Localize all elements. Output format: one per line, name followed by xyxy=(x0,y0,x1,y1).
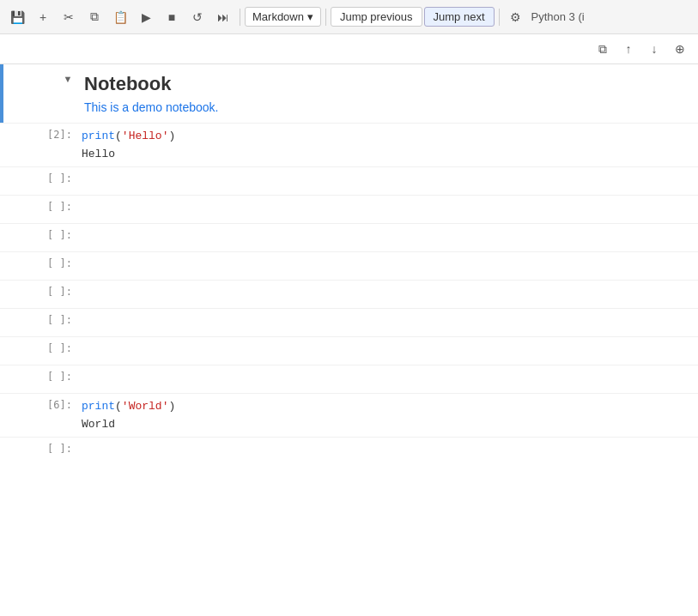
cell-body[interactable] xyxy=(77,196,698,223)
cell-execution-count: [ ]: xyxy=(0,196,77,223)
output-line: Hello xyxy=(82,146,690,162)
cell-body[interactable] xyxy=(77,438,698,465)
cell-move-up-icon[interactable]: ↑ xyxy=(617,38,640,60)
code-cell: [ ]: xyxy=(0,365,698,393)
add-cell-button[interactable]: + xyxy=(31,5,55,29)
separator-2 xyxy=(325,9,326,26)
cut-button[interactable]: ✂ xyxy=(57,5,81,29)
output-line: World xyxy=(82,416,690,432)
cell-execution-count: [ ]: xyxy=(0,167,77,195)
paste-button[interactable]: 📋 xyxy=(108,5,132,29)
cell-type-label: Markdown xyxy=(252,10,304,23)
code-cell: [ ]: xyxy=(0,195,698,223)
jump-previous-button[interactable]: Jump previous xyxy=(331,7,422,27)
code-cell: [ ]: xyxy=(0,437,698,465)
notebook-description: This is a demo notebook. xyxy=(84,100,691,114)
cell-execution-count: [ ]: xyxy=(0,224,77,251)
code-cell: [ ]: xyxy=(0,223,698,251)
code-cell: [2]:print('Hello')Hello xyxy=(0,123,698,166)
cell-execution-count: [ ]: xyxy=(0,337,77,365)
cell-body[interactable]: print('World')World xyxy=(77,394,698,437)
notebook-area: ▼ Notebook This is a demo notebook. [2]:… xyxy=(0,64,698,613)
restart-button[interactable]: ↺ xyxy=(185,5,209,29)
code-line: print('Hello') xyxy=(82,128,690,146)
separator-1 xyxy=(240,9,240,26)
cell-execution-count: [6]: xyxy=(0,394,77,437)
cell-more-icon[interactable]: ⊕ xyxy=(669,38,691,60)
cell-copy-icon[interactable]: ⧉ xyxy=(592,38,614,60)
notebook-title: Notebook xyxy=(84,73,691,95)
stop-button[interactable]: ■ xyxy=(160,5,184,29)
cell-execution-count: [2]: xyxy=(0,124,77,166)
code-cell: [ ]: xyxy=(0,308,698,336)
cell-body[interactable] xyxy=(77,167,698,195)
save-button[interactable]: 💾 xyxy=(5,5,29,29)
cell-execution-count: [ ]: xyxy=(0,365,77,393)
dropdown-chevron-icon: ▾ xyxy=(307,10,313,23)
fast-forward-button[interactable]: ⏭ xyxy=(211,5,235,29)
cell-type-dropdown[interactable]: Markdown ▾ xyxy=(245,7,321,27)
cell-execution-count: [ ]: xyxy=(0,438,77,465)
cell-body[interactable] xyxy=(77,309,698,336)
code-cell: [ ]: xyxy=(0,280,698,308)
code-cell: [ ]: xyxy=(0,251,698,280)
cells-container: [2]:print('Hello')Hello[ ]:[ ]:[ ]:[ ]:[… xyxy=(0,123,698,465)
cell-execution-count: [ ]: xyxy=(0,252,77,280)
cell-actions-bar: ⧉ ↑ ↓ ⊕ xyxy=(0,34,698,64)
python-label: Python 3 (i xyxy=(531,10,585,23)
markdown-cell-sidebar: ▼ xyxy=(3,64,81,123)
separator-3 xyxy=(499,9,500,26)
cell-body[interactable] xyxy=(77,252,698,280)
cell-body[interactable]: print('Hello')Hello xyxy=(77,124,698,166)
kernel-settings-icon[interactable]: ⚙ xyxy=(504,5,528,29)
markdown-cell-content: Notebook This is a demo notebook. xyxy=(81,64,698,123)
toolbar: 💾 + ✂ ⧉ 📋 ▶ ■ ↺ ⏭ Markdown ▾ Jump previo… xyxy=(0,0,698,34)
cell-body[interactable] xyxy=(77,337,698,365)
jump-next-button[interactable]: Jump next xyxy=(424,7,495,27)
copy-button[interactable]: ⧉ xyxy=(82,5,106,29)
cell-body[interactable] xyxy=(77,281,698,308)
cell-body[interactable] xyxy=(77,224,698,251)
code-line: print('World') xyxy=(82,398,690,416)
markdown-cell: ▼ Notebook This is a demo notebook. xyxy=(0,64,698,123)
cell-body[interactable] xyxy=(77,365,698,393)
collapse-button[interactable]: ▼ xyxy=(60,71,76,87)
cell-move-down-icon[interactable]: ↓ xyxy=(643,38,665,60)
code-cell: [ ]: xyxy=(0,336,698,365)
code-cell: [6]:print('World')World xyxy=(0,393,698,437)
code-cell: [ ]: xyxy=(0,166,698,195)
cell-execution-count: [ ]: xyxy=(0,281,77,308)
cell-execution-count: [ ]: xyxy=(0,309,77,336)
run-button[interactable]: ▶ xyxy=(134,5,158,29)
